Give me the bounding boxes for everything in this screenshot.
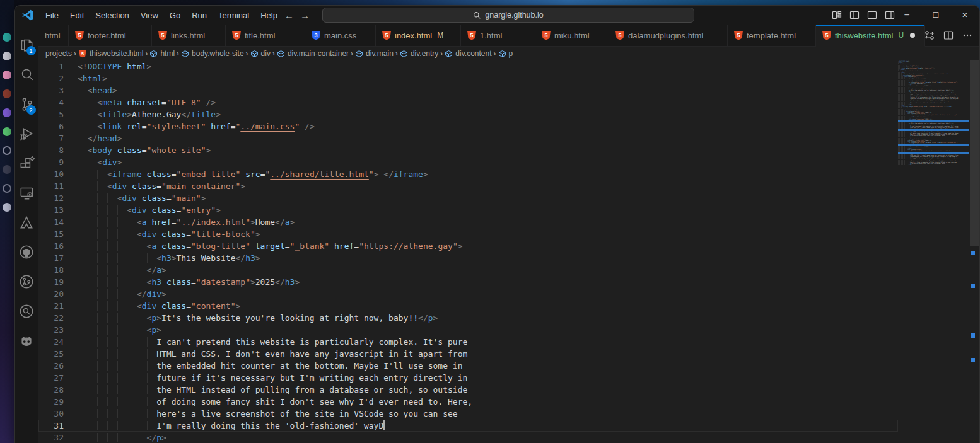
code-line-10[interactable]: 10 <iframe class="embed-title" src="../s… xyxy=(38,168,898,180)
toggle-primary-sidebar-icon[interactable] xyxy=(849,10,860,20)
symbol-cube-icon xyxy=(355,50,363,58)
code-line-24[interactable]: 24 I can't pretend this website is parti… xyxy=(38,336,898,348)
code-line-28[interactable]: 28 the HTML instead of pulling from a da… xyxy=(38,384,898,396)
breadcrumb-item-html[interactable]: html xyxy=(149,49,175,58)
code-area[interactable]: 1<!DOCTYPE html>2<html>3 <head>4 <meta c… xyxy=(38,60,898,443)
breadcrumb-item-div-content[interactable]: div.content xyxy=(445,49,491,58)
git-status-badge: U xyxy=(898,31,904,40)
nav-back-button[interactable]: ← xyxy=(284,10,294,21)
tab-thiswebsite-html[interactable]: 5thiswebsite.htmlU xyxy=(816,25,925,47)
code-line-19[interactable]: 19 <h3 class="datestamp">2025</h3> xyxy=(38,276,898,288)
code-line-1[interactable]: 1<!DOCTYPE html> xyxy=(38,60,898,72)
activity-item-source-control[interactable]: 2 xyxy=(15,89,38,118)
activity-item-extensions[interactable] xyxy=(15,148,38,178)
minimap[interactable]: <!DOCTYPE html><html> <head> <meta chars… xyxy=(898,60,969,443)
code-line-16[interactable]: 16 <a class="blog-title" target="_blank"… xyxy=(38,240,898,252)
window-controls: ─ ☐ ✕ xyxy=(892,6,979,25)
code-line-32[interactable]: 32 </p> xyxy=(38,432,898,443)
menu-item-selection[interactable]: Selection xyxy=(90,11,134,20)
breadcrumb-item-projects[interactable]: projects xyxy=(45,49,72,58)
code-line-3[interactable]: 3 <head> xyxy=(38,84,898,96)
activity-item-search[interactable] xyxy=(15,59,38,89)
tab-html[interactable]: html xyxy=(38,25,69,47)
breadcrumb-item-body-whole-site[interactable]: body.whole-site xyxy=(181,49,244,58)
html-file-icon: 5 xyxy=(542,31,551,40)
code-line-30[interactable]: 30 here's a live screenshot of the site … xyxy=(38,408,898,420)
command-center-search[interactable]: gnargle.github.io xyxy=(322,8,694,23)
code-line-27[interactable]: 27 future if it's necessary but I'm writ… xyxy=(38,372,898,384)
activity-item-commit-search[interactable] xyxy=(15,296,38,326)
code-line-17[interactable]: 17 <h3>This Website</h3> xyxy=(38,252,898,264)
maximize-button[interactable]: ☐ xyxy=(921,6,950,25)
open-changes-icon[interactable] xyxy=(925,30,935,40)
tab-dalamudplugins-html[interactable]: 5dalamudplugins.html xyxy=(609,25,728,47)
code-line-31[interactable]: 31 I'm really doing this the 'old-fashio… xyxy=(38,420,898,432)
minimize-button[interactable]: ─ xyxy=(892,6,921,25)
menu-item-edit[interactable]: Edit xyxy=(64,11,90,20)
menu-item-help[interactable]: Help xyxy=(255,11,283,20)
code-line-21[interactable]: 21 <div class="content"> xyxy=(38,300,898,312)
code-line-14[interactable]: 14 <a href="../index.html">Home</a> xyxy=(38,216,898,228)
html-file-icon: 5 xyxy=(467,31,476,40)
menu-bar: FileEditSelectionViewGoRunTerminalHelp xyxy=(40,6,283,25)
code-line-7[interactable]: 7 </head> xyxy=(38,132,898,144)
code-line-5[interactable]: 5 <title>Athene.Gay</title> xyxy=(38,108,898,120)
close-button[interactable]: ✕ xyxy=(950,6,979,25)
menu-item-terminal[interactable]: Terminal xyxy=(213,11,255,20)
tab-index-html[interactable]: 5index.htmlM xyxy=(376,25,461,47)
unsaved-dot-icon[interactable] xyxy=(910,33,915,38)
code-line-13[interactable]: 13 <div class="entry"> xyxy=(38,204,898,216)
breadcrumb-item-thiswebsite-html[interactable]: 5thiswebsite.html xyxy=(78,49,143,59)
menu-item-file[interactable]: File xyxy=(40,11,64,20)
menu-item-run[interactable]: Run xyxy=(186,11,213,20)
tab-footer-html[interactable]: 5footer.html xyxy=(69,25,152,47)
scrollbar-slider[interactable] xyxy=(970,60,979,246)
activity-item-godot[interactable] xyxy=(15,326,38,355)
breadcrumb-item-div-entry[interactable]: div.entry xyxy=(400,49,438,58)
more-actions-icon[interactable] xyxy=(962,30,972,40)
code-line-11[interactable]: 11 <div class="main-container"> xyxy=(38,180,898,192)
symbol-cube-icon xyxy=(149,50,158,58)
breadcrumb-item-div-main[interactable]: div.main xyxy=(355,49,394,58)
code-line-23[interactable]: 23 <p> xyxy=(38,324,898,336)
breadcrumb-separator-icon: › xyxy=(145,49,148,58)
tab-links-html[interactable]: 5links.html xyxy=(152,25,226,47)
code-line-15[interactable]: 15 <div class="title-block"> xyxy=(38,228,898,240)
code-editor[interactable]: 1<!DOCTYPE html>2<html>3 <head>4 <meta c… xyxy=(38,60,979,443)
customize-layout-icon[interactable] xyxy=(832,10,842,20)
code-line-4[interactable]: 4 <meta charset="UTF-8" /> xyxy=(38,96,898,108)
tab-title-html[interactable]: 5title.html xyxy=(226,25,305,47)
code-line-6[interactable]: 6 <link rel="stylesheet" href="../main.c… xyxy=(38,120,898,132)
code-line-18[interactable]: 18 </a> xyxy=(38,264,898,276)
activity-item-git-graph[interactable] xyxy=(15,267,38,296)
split-editor-icon[interactable] xyxy=(943,30,954,40)
code-line-25[interactable]: 25 HTML and CSS. I don't even have any j… xyxy=(38,348,898,360)
activity-item-run-debug[interactable] xyxy=(15,118,38,148)
code-line-22[interactable]: 22 <p>It's the website you're looking at… xyxy=(38,312,898,324)
nav-forward-button[interactable]: → xyxy=(300,10,310,21)
desktop-icon xyxy=(3,33,11,42)
activity-item-explorer[interactable]: 1 xyxy=(15,30,38,59)
activity-item-github[interactable] xyxy=(15,237,38,267)
code-line-20[interactable]: 20 </div> xyxy=(38,288,898,300)
breadcrumb-item-div[interactable]: div xyxy=(250,49,271,58)
activity-item-remote-explorer[interactable] xyxy=(15,178,38,207)
code-line-2[interactable]: 2<html> xyxy=(38,72,898,84)
code-line-26[interactable]: 26 the embedded hit counter at the botto… xyxy=(38,360,898,372)
vertical-scrollbar[interactable] xyxy=(969,60,979,443)
activity-item-azure-triangle[interactable] xyxy=(15,207,38,237)
symbol-cube-icon xyxy=(250,50,259,58)
toggle-panel-icon[interactable] xyxy=(867,10,877,20)
code-line-8[interactable]: 8 <body class="whole-site"> xyxy=(38,144,898,156)
tab-main-css[interactable]: 3main.css xyxy=(305,25,376,47)
menu-item-go[interactable]: Go xyxy=(164,11,186,20)
code-line-29[interactable]: 29 of doing some fancy shit I don't see … xyxy=(38,396,898,408)
tab-template-html[interactable]: 5template.html xyxy=(728,25,816,47)
code-line-9[interactable]: 9 <div> xyxy=(38,156,898,168)
code-line-12[interactable]: 12 <div class="main"> xyxy=(38,192,898,204)
tab-1-html[interactable]: 51.html xyxy=(461,25,535,47)
tab-miku-html[interactable]: 5miku.html xyxy=(535,25,609,47)
menu-item-view[interactable]: View xyxy=(135,11,164,20)
breadcrumb-item-div-main-container[interactable]: div.main-container xyxy=(277,49,349,58)
breadcrumb-item-p[interactable]: p xyxy=(498,49,513,58)
